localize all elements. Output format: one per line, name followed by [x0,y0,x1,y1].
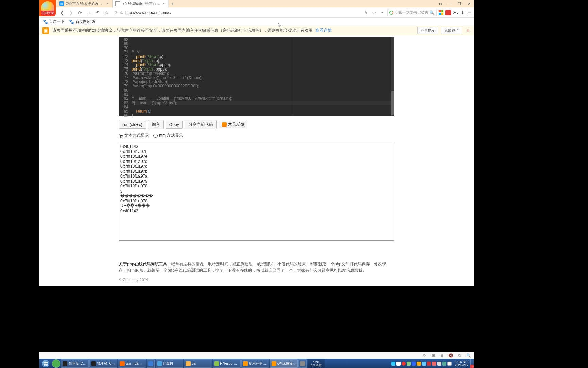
minimize-button[interactable]: — [445,0,455,7]
tab-1[interactable]: cs C语言在线运行,C语言在线编译 × [56,0,113,7]
taskbar-item[interactable]: bin [184,359,212,368]
bookmark-bar: 🐾 百度一下 🐾 百度图片-发 [39,18,474,26]
game-icon[interactable] [445,10,451,15]
new-tab-button[interactable]: + [169,1,176,6]
show-desktop-button[interactable]: 2 [470,359,474,368]
mute-icon[interactable]: 🔇 [448,353,453,358]
taskbar-item[interactable] [298,359,307,368]
editor-scrollbar[interactable] [391,37,394,116]
close-icon[interactable]: × [162,2,166,5]
microsoft-icon[interactable] [439,10,443,15]
tray-icon[interactable] [422,362,426,366]
close-banner-icon[interactable]: ✕ [465,28,471,33]
search-box[interactable]: 安徽一党委书记被害 🔍 [387,9,437,16]
input-button[interactable]: 输入 [148,120,164,129]
bookmark-baidu-image[interactable]: 🐾 百度图片-发 [69,19,96,24]
tray-icon[interactable] [417,362,421,366]
menu-icon[interactable]: ☰ [467,10,472,15]
action-toolbar: run (ctrl+x) 输入 Copy 分享当前代码 意见反馈 [119,120,394,129]
tray-icon[interactable] [402,362,406,366]
reload-button[interactable]: ⟳ [77,10,83,16]
dont-show-button[interactable]: 不再提示 [417,27,438,34]
forward-button: ❯ [68,10,74,16]
screenshot-icon[interactable]: ✂▾ [453,10,458,15]
taskbar-item[interactable]: 计算机 [156,359,183,368]
favorite-button[interactable]: ☆ [103,10,110,16]
flash-icon[interactable]: ϟ [363,10,369,16]
page-content: 68697071727374757677787980818283848586 /… [39,35,474,286]
zoom-icon[interactable]: 🔍 [466,353,471,358]
tray-icon[interactable] [391,362,395,366]
taskbar-item[interactable]: 管理员: C:... [61,359,89,368]
text-mode-radio[interactable]: 文本方式显示 [119,133,149,138]
status-bar: ⟳ ⊟ 🗑 🔇 ⧉ 🔍 [39,352,474,359]
paw-icon: 🐾 [69,19,74,24]
tab-2[interactable]: c在线编译器,c语言在线解释器 × [113,0,169,7]
download-icon[interactable]: ⭳ [460,10,465,15]
url-field[interactable]: ⊘ ⚠ http://www.dooccn.com/c/ [112,10,360,15]
home-button[interactable]: ⌂ [86,10,92,16]
history-icon[interactable]: ⟳ [422,353,427,358]
html-mode-radio[interactable]: html方式显示 [153,133,183,138]
tray-icon[interactable] [432,362,436,366]
system-tray [390,362,453,366]
tray-icon[interactable] [396,362,401,366]
split-icon[interactable]: ⧉ [457,353,462,358]
url-text: http://www.dooccn.com/c/ [125,10,358,15]
paw-icon: 🐾 [43,19,48,24]
search-icon[interactable]: 🔍 [429,10,435,15]
page-icon [115,1,120,6]
maximize-button[interactable]: ❐ [455,0,464,7]
taskbar-item[interactable]: c在线编译... [270,359,298,368]
warning-folder-icon: ▣ [42,27,49,34]
trash-icon[interactable]: 🗑 [440,353,444,358]
cpu-temp-widget[interactable]: 35℃ CPU温度 [308,359,325,368]
output-textarea[interactable]: 0x4011430x7fff10f1a97f0x7fff10f1a97e0x7f… [119,142,394,241]
feedback-button[interactable]: 意见反馈 [219,121,247,128]
run-button[interactable]: run (ctrl+x) [119,121,146,129]
code-editor[interactable]: 68697071727374757677787980818283848586 /… [119,37,394,116]
login-badge-text: 立即登录 [41,11,55,16]
close-window-button[interactable]: ✕ [464,0,474,7]
got-it-button[interactable]: 我知道了 [441,27,462,34]
taskbar-item[interactable] [147,359,155,368]
copy-button[interactable]: Copy [166,121,183,129]
close-icon[interactable]: × [106,2,110,5]
taskbar-item[interactable]: 技术分享 ... [241,359,269,368]
login-badge[interactable]: 立即登录 [39,0,56,16]
security-link[interactable]: 查看详情 [315,28,332,33]
restore-button[interactable]: ↶ [95,10,101,16]
back-button[interactable]: ❮ [59,10,65,16]
tray-icon[interactable] [427,362,431,366]
taskbar-item[interactable]: 管理员: C:... [89,359,117,368]
volume-icon[interactable] [437,362,441,366]
start-button[interactable] [39,359,52,368]
company-text: © Company 2014 [119,277,394,283]
security-warn-icon: ⚠ [120,10,123,15]
security-banner: ▣ 该页面采用不加密的http传输协议，与你建立的连接不安全，请勿在页面内输入任… [39,26,474,35]
tray-icon[interactable] [407,362,411,366]
tray-icon[interactable] [412,362,416,366]
dropdown-icon[interactable]: ▾ [379,10,385,16]
code-body[interactable]: /* */ printf("%s\n",p);printf("%p\n",p);… [130,37,394,116]
about-label: 关于php在线代码测试工具： [119,262,171,266]
download-tray-icon[interactable]: ⊟ [431,353,436,358]
star-icon[interactable]: ☆ [371,10,377,16]
address-bar: ❮ ❯ ⟳ ⌂ ↶ ☆ ⊘ ⚠ http://www.dooccn.com/c/… [39,7,474,18]
about-section: 关于php在线代码测试工具：经常有这样的情况，取特定时间，或正则处理，或想测试一… [119,261,394,283]
tab-bar: 立即登录 cs C语言在线运行,C语言在线编译 × c在线编译器,c语言在线解释… [39,0,474,7]
mail-icon [222,122,227,127]
flag-icon[interactable] [447,362,452,366]
taskbar-item[interactable]: F:\test.c -... [213,359,241,368]
taskbar-clock[interactable]: 17:06 周三 2021/3/17 [453,361,470,367]
bookmark-baidu[interactable]: 🐾 百度一下 [43,19,64,24]
share-button[interactable]: 分享当前代码 [185,120,217,129]
taskbar: 管理员: C:...管理员: C:...tsai_no2...计算机binF:\… [39,359,474,368]
taskbar-item[interactable]: tsai_no2... [118,359,146,368]
security-text: 该页面采用不加密的http传输协议，与你建立的连接不安全，请勿在页面内输入任何敏… [52,28,312,33]
network-icon[interactable] [442,362,446,366]
pip-button[interactable]: ⊡ [436,0,445,7]
notification-badge: 2 [470,365,474,368]
taskbar-app-green[interactable] [52,359,60,368]
radio-checked-icon [119,134,123,138]
